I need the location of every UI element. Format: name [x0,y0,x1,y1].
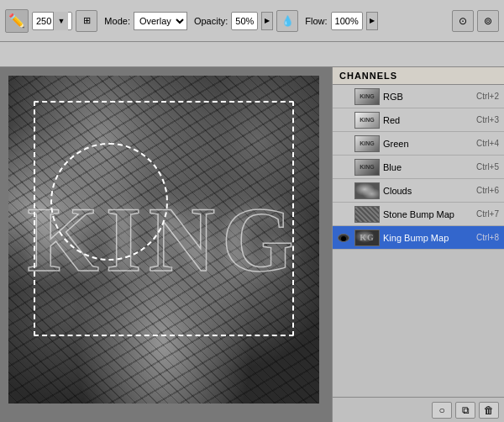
ruler-toolbar [0,42,504,67]
channel-shortcut-red: Ctrl+3 [476,115,499,124]
flow-value: 100% [335,16,359,26]
canvas-area: KING [0,67,332,422]
visibility-toggle-clouds[interactable] [336,183,351,198]
channel-shortcut-stone: Ctrl+7 [476,209,499,219]
tablet-options-icon[interactable]: ⊚ [477,10,499,32]
channel-name-clouds: Clouds [383,186,473,196]
opacity-field[interactable]: 50% [231,12,258,30]
channel-thumb-king: KG [354,229,380,246]
channel-thumb-stone [354,206,380,223]
channel-thumb-clouds [354,182,380,199]
channels-panel-header: CHANNELS [333,67,504,85]
mode-select[interactable]: Overlay [134,12,187,30]
visibility-toggle-red[interactable] [336,113,351,128]
toolbar: ✏️ 250 ▼ ⊞ Mode: Overlay Opacity: 50% ▶ … [0,0,504,42]
channel-thumb-rgb: KiNG [354,88,380,105]
flow-field[interactable]: 100% [331,12,363,30]
channel-row-king[interactable]: KG King Bump Map Ctrl+8 [333,226,504,250]
channels-panel-footer: ○ ⧉ 🗑 [333,397,504,422]
channel-name-rgb: RGB [383,92,473,102]
brush-size-field[interactable]: 250 ▼ [32,12,72,30]
channel-name-blue: Blue [383,162,473,172]
channel-row-green[interactable]: KiNG Green Ctrl+4 [333,132,504,156]
opacity-value: 50% [235,16,254,26]
flow-arrow[interactable]: ▶ [366,12,378,30]
channel-shortcut-rgb: Ctrl+2 [476,92,499,101]
channel-name-stone: Stone Bump Map [383,209,473,219]
channel-name-green: Green [383,139,473,149]
selection-circle [50,143,168,261]
panel-empty-space [333,250,504,397]
duplicate-channel-button[interactable]: ⧉ [455,402,475,419]
channels-panel: CHANNELS KiNG RGB Ctrl+2 KiNG Red Ctrl+3… [332,67,504,422]
brush-preset-icon[interactable]: ⊞ [76,10,97,32]
channel-shortcut-king: Ctrl+8 [476,233,499,242]
visibility-toggle-green[interactable] [336,136,351,151]
brush-size-value: 250 [36,16,51,26]
opacity-label: Opacity: [194,16,228,26]
channel-row-clouds[interactable]: Clouds Ctrl+6 [333,179,504,203]
king-thumb-text: KG [360,233,375,242]
canvas-image: KING [8,76,319,404]
channel-row-stone[interactable]: Stone Bump Map Ctrl+7 [333,203,504,226]
channel-shortcut-blue: Ctrl+5 [476,162,499,171]
delete-channel-button[interactable]: 🗑 [479,402,499,419]
visibility-toggle-blue[interactable] [336,160,351,175]
tablet-pressure-icon[interactable]: ⊙ [452,10,474,32]
new-channel-button[interactable]: ○ [432,402,452,419]
visibility-toggle-king[interactable] [336,230,351,245]
channel-row-rgb[interactable]: KiNG RGB Ctrl+2 [333,85,504,108]
mode-label: Mode: [104,16,130,26]
channel-row-red[interactable]: KiNG Red Ctrl+3 [333,108,504,132]
channel-name-king: King Bump Map [383,233,473,243]
brush-size-dropdown[interactable]: ▼ [53,12,68,30]
channels-title: CHANNELS [339,71,397,81]
airbrush-icon[interactable]: 💧 [276,10,298,32]
flow-label: Flow: [305,16,327,26]
channel-row-blue[interactable]: KiNG Blue Ctrl+5 [333,156,504,179]
visibility-toggle-rgb[interactable] [336,89,351,104]
channel-shortcut-clouds: Ctrl+6 [476,186,499,195]
channel-shortcut-green: Ctrl+4 [476,139,499,148]
channel-thumb-red: KiNG [354,112,380,129]
eye-visible-icon [338,234,349,242]
channel-thumb-blue: KiNG [354,159,380,176]
brush-tool-icon[interactable]: ✏️ [5,9,29,33]
visibility-toggle-stone[interactable] [336,207,351,222]
channel-name-red: Red [383,115,473,125]
channel-thumb-green: KiNG [354,135,380,152]
opacity-arrow[interactable]: ▶ [261,12,273,30]
